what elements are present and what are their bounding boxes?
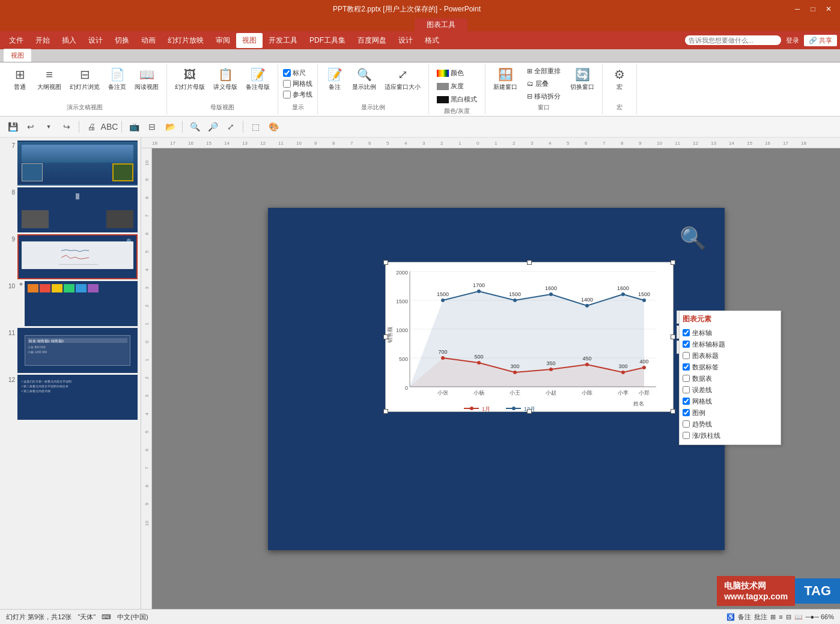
slide-11-thumb[interactable]: 11 姓名 销售额1 销售额2 小张 800 500 小杨 1200 900 bbox=[3, 328, 138, 373]
view-outline-btn[interactable]: ≡ bbox=[779, 613, 782, 620]
checkbox-gridlines[interactable]: 网格线 bbox=[283, 79, 312, 88]
btn-macro[interactable]: ⚙ 宏 bbox=[607, 65, 632, 93]
btn-fit2[interactable]: ⤢ bbox=[223, 119, 239, 135]
btn-undo[interactable]: ↩ bbox=[23, 119, 38, 135]
chart-elem-error-bars[interactable]: 误差线 bbox=[683, 384, 778, 396]
slide-8-thumb[interactable]: 8 bbox=[3, 187, 138, 232]
handle-mid-left[interactable] bbox=[383, 335, 388, 339]
btn-grayscale-mode[interactable]: 灰度 bbox=[434, 80, 480, 92]
chart-elem-data-table[interactable]: 数据表 bbox=[683, 373, 778, 384]
btn-zoom-out2[interactable]: 🔍 bbox=[187, 119, 202, 135]
handle-top-right[interactable] bbox=[671, 260, 675, 265]
view-slide-sorter-btn[interactable]: ⊟ bbox=[786, 613, 791, 621]
checkbox-data-table[interactable] bbox=[683, 375, 690, 382]
notes-btn[interactable]: 备注 bbox=[738, 613, 751, 622]
minimize-button[interactable]: ─ bbox=[791, 4, 804, 14]
btn-spell-check[interactable]: ABC bbox=[102, 119, 117, 135]
btn-notes-zoom[interactable]: 📝 备注 bbox=[323, 65, 347, 93]
menu-view[interactable]: 视图 bbox=[236, 33, 263, 48]
handle-top-left[interactable] bbox=[383, 260, 388, 265]
btn-fit-window[interactable]: ⤢ 适应窗口大小 bbox=[382, 65, 424, 93]
chart-elem-axis-title[interactable]: 坐标轴标题 bbox=[683, 339, 778, 350]
btn-redo[interactable]: ↪ bbox=[59, 119, 75, 135]
menu-chart-format[interactable]: 格式 bbox=[419, 33, 445, 48]
btn-section[interactable]: 📂 bbox=[162, 119, 178, 135]
btn-presenter[interactable]: 📺 bbox=[126, 119, 142, 135]
guides-checkbox[interactable] bbox=[283, 91, 291, 98]
menu-review[interactable]: 审阅 bbox=[210, 33, 236, 48]
checkbox-trendline[interactable] bbox=[683, 420, 690, 428]
menu-chart-design[interactable]: 设计 bbox=[392, 33, 419, 48]
btn-new-window[interactable]: 🪟 新建窗口 bbox=[490, 65, 520, 93]
search-input[interactable] bbox=[685, 35, 781, 45]
menu-insert[interactable]: 插入 bbox=[56, 33, 82, 48]
btn-layout[interactable]: ⊟ bbox=[144, 119, 160, 135]
btn-handout-master[interactable]: 📋 讲义母版 bbox=[210, 65, 240, 93]
btn-color-mode[interactable]: 颜色 bbox=[434, 67, 480, 79]
menu-transitions[interactable]: 切换 bbox=[109, 33, 135, 48]
btn-arrange-all[interactable]: ⊞ 全部重排 bbox=[524, 65, 564, 77]
btn-slide-sorter[interactable]: ⊟ 幻灯片浏览 bbox=[67, 65, 103, 93]
slide-12-thumb[interactable]: 12 • 这是幻灯片第一条要点内容文字说明 • 第二条要点内容文字说明示例文本 … bbox=[3, 375, 138, 420]
checkbox-axis[interactable] bbox=[683, 329, 690, 336]
context-tab-label[interactable]: 图表工具 bbox=[415, 18, 467, 32]
slide-7-thumb[interactable]: 7 bbox=[3, 141, 138, 186]
btn-print-preview[interactable]: 🖨 bbox=[84, 119, 99, 135]
chart-elem-gridlines[interactable]: 网格线 bbox=[683, 396, 778, 407]
chart-elem-legend[interactable]: 图例 bbox=[683, 407, 778, 419]
handle-bottom-left[interactable] bbox=[383, 409, 388, 414]
btn-blackwhite-mode[interactable]: 黑白模式 bbox=[434, 94, 480, 105]
accessibility-icon[interactable]: ♿ bbox=[726, 613, 735, 621]
checkbox-legend[interactable] bbox=[683, 409, 690, 416]
zoom-slider[interactable]: ─●─ 66% bbox=[806, 613, 834, 620]
checkbox-ruler[interactable]: 标尺 bbox=[283, 68, 312, 77]
maximize-button[interactable]: □ bbox=[806, 4, 820, 14]
btn-split[interactable]: ⊟ 移动拆分 bbox=[524, 91, 564, 102]
menu-design[interactable]: 设计 bbox=[82, 33, 109, 48]
menu-slideshow[interactable]: 幻灯片放映 bbox=[162, 33, 210, 48]
btn-normal-view[interactable]: ⊞ 普通 bbox=[8, 65, 32, 93]
btn-notes-page[interactable]: 📄 备注页 bbox=[105, 65, 129, 93]
ruler-checkbox[interactable] bbox=[283, 69, 291, 77]
chart-elem-axis[interactable]: 坐标轴 bbox=[683, 327, 778, 339]
btn-find[interactable]: 🔎 bbox=[205, 119, 221, 135]
handle-bottom-right[interactable] bbox=[671, 409, 675, 414]
menu-file[interactable]: 文件 bbox=[3, 33, 29, 48]
tab-view[interactable]: 视图 bbox=[3, 49, 32, 62]
view-reading-btn[interactable]: 📖 bbox=[794, 613, 803, 621]
btn-undo-arrow[interactable]: ▼ bbox=[41, 119, 56, 135]
handle-top-center[interactable] bbox=[527, 260, 532, 265]
login-button[interactable]: 登录 bbox=[786, 36, 799, 45]
handle-mid-right[interactable] bbox=[671, 335, 675, 339]
menu-home[interactable]: 开始 bbox=[29, 33, 56, 48]
close-button[interactable]: ✕ bbox=[822, 4, 835, 14]
chart-elem-updown-bars[interactable]: 涨/跌柱线 bbox=[683, 430, 778, 441]
checkbox-axis-title[interactable] bbox=[683, 341, 690, 348]
btn-cascade[interactable]: 🗂 层叠 bbox=[524, 78, 564, 89]
btn-select-obj[interactable]: ⬚ bbox=[248, 119, 263, 135]
chart-container[interactable]: 2000 1500 1000 500 0 销售额 bbox=[385, 262, 674, 412]
menu-baidu[interactable]: 百度网盘 bbox=[352, 33, 392, 48]
checkbox-guides[interactable]: 参考线 bbox=[283, 90, 312, 99]
gridlines-checkbox[interactable] bbox=[283, 80, 291, 88]
btn-save[interactable]: 💾 bbox=[5, 119, 20, 135]
slide-10-thumb[interactable]: 10 ★ bbox=[3, 281, 138, 326]
comments-btn[interactable]: 批注 bbox=[754, 613, 767, 622]
menu-animations[interactable]: 动画 bbox=[135, 33, 162, 48]
checkbox-data-labels[interactable] bbox=[683, 363, 690, 371]
btn-switch-window[interactable]: 🔄 切换窗口 bbox=[567, 65, 597, 93]
slide-9-thumb[interactable]: 9 🔍 bbox=[3, 234, 138, 279]
btn-outline-view[interactable]: ≡ 大纲视图 bbox=[34, 66, 64, 93]
checkbox-updown-bars[interactable] bbox=[683, 432, 690, 439]
chart-elem-data-labels[interactable]: 数据标签 bbox=[683, 362, 778, 373]
chart-elem-chart-title[interactable]: 图表标题 bbox=[683, 350, 778, 362]
btn-reading-view[interactable]: 📖 阅读视图 bbox=[132, 65, 162, 93]
view-normal-btn[interactable]: ⊞ bbox=[770, 613, 776, 621]
checkbox-error-bars[interactable] bbox=[683, 386, 690, 393]
chart-elem-trendline[interactable]: 趋势线 bbox=[683, 419, 778, 430]
menu-developer[interactable]: 开发工具 bbox=[263, 33, 303, 48]
checkbox-chart-title[interactable] bbox=[683, 352, 690, 359]
menu-pdf[interactable]: PDF工具集 bbox=[303, 33, 352, 48]
share-button[interactable]: 🔗 共享 bbox=[804, 35, 837, 46]
btn-shape-fill[interactable]: 🎨 bbox=[266, 119, 281, 135]
